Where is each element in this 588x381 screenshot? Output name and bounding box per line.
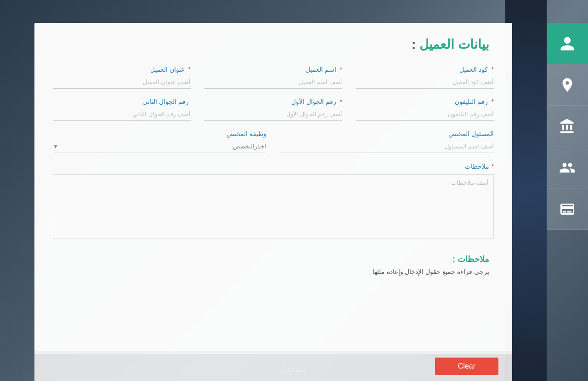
bottom-notes-title: ملاحظات : xyxy=(57,254,489,264)
responsible-person-group: المسئول المختص xyxy=(280,130,494,153)
sidebar xyxy=(547,23,588,230)
job-title-select[interactable]: اختارالتخصص xyxy=(53,140,266,153)
users-icon xyxy=(559,159,576,176)
responsible-person-label: المسئول المختص xyxy=(280,130,494,137)
mobile1-input[interactable] xyxy=(204,108,342,121)
bank-icon xyxy=(559,118,576,135)
svg-rect-0 xyxy=(563,211,566,212)
phone-input[interactable] xyxy=(356,108,494,121)
sidebar-item-person[interactable] xyxy=(547,23,588,64)
mobile2-label: رقم الجوال الثانى xyxy=(53,98,191,105)
person-icon xyxy=(559,35,576,52)
sidebar-item-location[interactable] xyxy=(547,64,588,106)
job-title-group: وظيفة المختص اختارالتخصص ▼ xyxy=(53,130,266,153)
page-title: بيانات العميل : xyxy=(53,37,494,52)
notes-label-row: * ملاحظات xyxy=(53,162,494,171)
customer-address-group: * عنوان العميل xyxy=(53,66,191,89)
customer-name-group: * اسم العميل xyxy=(204,66,342,89)
job-title-label: وظيفة المختص xyxy=(53,130,266,137)
customer-name-input[interactable] xyxy=(204,76,342,89)
customer-code-label: * كود العميل xyxy=(356,66,494,73)
mobile1-group: * رقم الجوال الأول xyxy=(204,98,342,121)
location-icon xyxy=(559,77,576,93)
form-row-2: * رقم التليفون * رقم الجوال الأول رقم ال… xyxy=(53,98,494,121)
phone-group: * رقم التليفون xyxy=(356,98,494,121)
customer-code-group: * كود العميل xyxy=(356,66,494,89)
sidebar-item-bank[interactable] xyxy=(547,106,588,147)
mobile1-label: * رقم الجوال الأول xyxy=(204,98,342,105)
form-panel: بيانات العميل : * كود العميل * اسم العمي… xyxy=(34,23,512,354)
notes-textarea-wrapper xyxy=(53,174,494,240)
phone-label: * رقم التليفون xyxy=(356,98,494,105)
sidebar-item-users[interactable] xyxy=(547,147,588,188)
customer-code-input[interactable] xyxy=(356,76,494,89)
customer-address-label: * عنوان العميل xyxy=(53,66,191,73)
notes-textarea[interactable] xyxy=(53,174,494,239)
mobile2-group: رقم الجوال الثانى xyxy=(53,98,191,121)
sidebar-item-payment[interactable] xyxy=(547,188,588,230)
form-row-1: * كود العميل * اسم العميل * عنوان العميل xyxy=(53,66,494,89)
mobile2-input[interactable] xyxy=(53,108,191,121)
form-row-3: المسئول المختص وظيفة المختص اختارالتخصص … xyxy=(53,130,494,153)
bottom-bar: Clear xyxy=(34,351,512,381)
responsible-person-input[interactable] xyxy=(280,140,494,153)
clear-button[interactable]: Clear xyxy=(435,358,498,375)
svg-rect-1 xyxy=(567,211,571,212)
payment-icon xyxy=(559,201,576,217)
bottom-notes-section: ملاحظات : يرجى قراءة جميع حقول الإدخال و… xyxy=(53,245,494,284)
customer-name-label: * اسم العميل xyxy=(204,66,342,73)
job-title-select-wrapper: اختارالتخصص ▼ xyxy=(53,140,266,153)
customer-address-input[interactable] xyxy=(53,76,191,89)
bottom-notes-text: يرجى قراءة جميع حقول الإدخال وإعادة ملئه… xyxy=(57,268,489,275)
